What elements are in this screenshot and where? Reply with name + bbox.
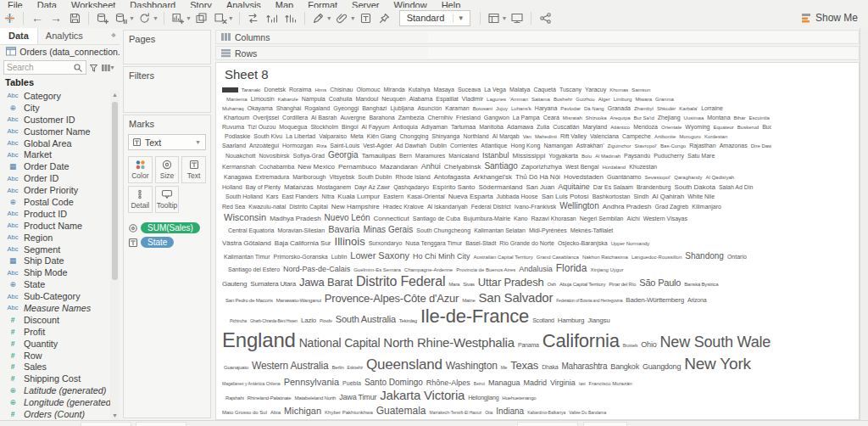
cloud-word[interactable]: Kalimantan Selatan (474, 227, 526, 233)
cloud-word[interactable]: Khyber Pakhtunkhwa (325, 410, 373, 415)
cloud-word[interactable]: Abuja Capital Territory (559, 282, 605, 287)
cloud-word[interactable]: Coahuila (329, 96, 353, 102)
cloud-word[interactable]: Espaillat (436, 96, 458, 102)
menu-server[interactable]: Server (352, 0, 379, 8)
fix-axes-button[interactable] (376, 9, 394, 26)
cloud-word[interactable]: Nakhon Ratchasima (582, 255, 628, 260)
cloud-word[interactable]: São Paulo (639, 277, 681, 288)
cloud-word[interactable]: Oita (485, 410, 492, 415)
cloud-word[interactable]: Ivano-Frankivsk (515, 204, 556, 210)
cloud-word[interactable]: Meta (350, 133, 364, 139)
cloud-word[interactable]: South Dublin (358, 174, 392, 180)
cloud-word[interactable]: South Kivu (253, 133, 282, 139)
cloud-word[interactable]: Malatya (509, 87, 531, 92)
cloud-word[interactable]: Ziguinchor (608, 143, 632, 149)
cloud-word[interactable]: Neuquén (381, 96, 405, 102)
field-customer-name[interactable]: AbcCustomer Name (0, 126, 110, 137)
cloud-word[interactable]: Kiên Giang (367, 133, 397, 139)
cloud-word[interactable]: Budapest (762, 124, 771, 130)
field-product-id[interactable]: AbcProduct ID (0, 208, 110, 220)
cloud-word[interactable]: Western Australia (252, 360, 328, 372)
cloud-word[interactable]: Rio Grande do Norte (499, 240, 554, 246)
cloud-word[interactable]: Friesland (456, 115, 481, 121)
cloud-word[interactable]: Extremadura (255, 174, 289, 180)
cloud-word[interactable]: Sofiya-Grad (293, 153, 325, 159)
cloud-word[interactable]: Tamaulipas (362, 152, 396, 160)
cloud-word[interactable]: Moravian-Silesian (277, 227, 325, 233)
tab-analytics[interactable]: Analytics (38, 28, 91, 44)
cloud-word[interactable]: Namangan (543, 143, 572, 149)
cloud-word[interactable]: Lazio (301, 317, 316, 324)
cloud-word[interactable]: Northland (463, 133, 488, 139)
fit-mode-select[interactable]: Standard ▼ (399, 10, 470, 26)
cloud-word[interactable]: Maharashtra (561, 362, 607, 371)
redo-button[interactable]: → (47, 9, 65, 26)
cloud-word[interactable]: Dublin (430, 143, 447, 149)
cloud-word[interactable]: Managua (488, 378, 520, 387)
tooltip-button[interactable]: Tooltip (155, 186, 180, 213)
scrollbar-thumb[interactable] (112, 102, 118, 280)
field-global-area[interactable]: AbcGlobal Area (0, 137, 110, 149)
cloud-word[interactable]: Pernambuco (338, 163, 376, 171)
cloud-word[interactable]: Huehuetenango (502, 395, 536, 401)
cloud-word[interactable]: Mostaganem (317, 184, 351, 190)
cloud-word[interactable]: Uusimaa (684, 115, 704, 121)
cloud-word[interactable]: Escuintla (749, 115, 770, 121)
cloud-word[interactable]: Salah Ad Din (719, 184, 753, 190)
cloud-word[interactable]: Hradec Kralove (383, 204, 424, 210)
cloud-word[interactable]: Bujumbura-Mairie (464, 216, 510, 221)
cloud-word[interactable]: Primorsko-Goranska (273, 254, 327, 260)
cloud-word[interactable]: Shizuoka (586, 115, 607, 121)
cloud-word[interactable]: Rajasthan (689, 143, 716, 149)
cloud-word[interactable]: Pichincha (230, 318, 247, 323)
menu-window[interactable]: Window (394, 0, 427, 8)
cloud-word[interactable]: South Australia (336, 314, 396, 324)
mark-type-select[interactable]: Text ▼ (128, 134, 206, 150)
presentation-mode-button[interactable] (508, 9, 526, 26)
cloud-word[interactable]: Mie (501, 365, 507, 370)
menu-analysis[interactable]: Analysis (226, 0, 261, 8)
cloud-word[interactable]: Grad Zagreb (655, 204, 689, 210)
cloud-word[interactable]: Dar Es Salaam (593, 184, 633, 190)
text-button[interactable]: Text (181, 156, 206, 183)
cloud-word[interactable]: National Capital (299, 336, 381, 350)
cloud-word[interactable]: Saarland (222, 143, 246, 149)
cloud-word[interactable]: Puducherry (654, 153, 684, 159)
cloud-word[interactable]: Baden-Württemberg (626, 296, 684, 304)
cloud-word[interactable]: Auvergne (340, 115, 365, 121)
field-region[interactable]: AbcRegion (0, 232, 110, 244)
cloud-word[interactable]: Kabardino-Balkariya (527, 410, 565, 415)
cloud-word[interactable]: Washington (446, 360, 498, 372)
field-state[interactable]: ⊕State (0, 278, 110, 290)
cloud-word[interactable]: Antioquia (393, 124, 418, 130)
filters-shelf[interactable]: Filters (123, 66, 211, 113)
cloud-word[interactable]: Cordillera (282, 115, 308, 121)
cloud-word[interactable]: Virginia (550, 378, 576, 387)
cloud-word[interactable]: Samsun (632, 87, 650, 92)
cloud-word[interactable]: Lagunes (487, 97, 506, 102)
cloud-word[interactable]: Kwazulu-natal (248, 204, 286, 210)
cloud-word[interactable]: North Rhine-Westphalia (383, 335, 515, 350)
cloud-word[interactable]: Matruh (222, 87, 238, 92)
cloud-word[interactable]: Osjecko-Baranjska (558, 240, 608, 246)
cloud-word[interactable]: Razavi Khorasan (531, 216, 576, 221)
cloud-word[interactable]: Chernihiv (427, 115, 453, 121)
menu-help[interactable]: Help (442, 0, 461, 8)
cloud-word[interactable]: Pennsylvania (284, 377, 339, 387)
share-button[interactable] (536, 9, 554, 26)
cloud-word[interactable]: Santiago de Cuba (413, 216, 460, 221)
cloud-word[interactable]: Nampula (302, 96, 326, 102)
cloud-word[interactable]: New South Wales (660, 334, 771, 350)
cloud-word[interactable]: Sivas (463, 282, 475, 287)
cloud-word[interactable]: Federation of Bosnia and Herzegovina (556, 298, 622, 303)
cloud-word[interactable]: Tuscany (559, 87, 581, 92)
color-button[interactable]: Color (128, 156, 153, 183)
swap-rows-columns-button[interactable] (244, 9, 263, 26)
cloud-word[interactable]: La Vega (484, 87, 506, 92)
cloud-word[interactable]: Novosibirsk (259, 153, 289, 159)
cloud-word[interactable]: West Bengal (565, 164, 599, 170)
cloud-word[interactable]: Artibonite (654, 134, 676, 139)
new-worksheet-button[interactable] (169, 9, 187, 26)
cloud-word[interactable]: Surxondaryo (369, 240, 403, 246)
cloud-word[interactable]: Shandong (685, 251, 724, 261)
